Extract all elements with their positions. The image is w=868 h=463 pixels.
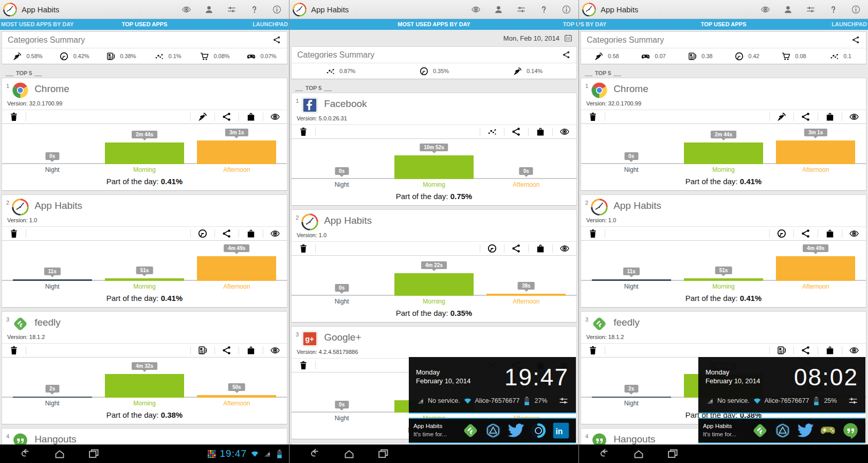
visibility-button[interactable]	[842, 110, 866, 123]
help-icon[interactable]	[539, 5, 549, 14]
tab-most-used-apps-by-day[interactable]: MOST USED APPS BY DAY	[1, 21, 74, 27]
eye-icon[interactable]	[471, 5, 481, 14]
sliders-icon[interactable]	[227, 5, 237, 14]
category-button[interactable]	[480, 125, 504, 138]
visibility-button[interactable]	[263, 227, 287, 240]
back-icon[interactable]	[20, 448, 32, 460]
tab-launchpad[interactable]: LAUNCHPAD	[831, 21, 867, 27]
info-icon[interactable]	[851, 5, 861, 14]
delete-button[interactable]	[581, 344, 605, 357]
delete-button[interactable]	[292, 125, 315, 138]
calendar-icon[interactable]	[564, 33, 573, 43]
category-button[interactable]	[191, 110, 214, 123]
share-button[interactable]	[215, 344, 239, 357]
tab-launchpad[interactable]: LAUNCHPAD	[252, 21, 288, 27]
help-icon[interactable]	[828, 5, 838, 14]
tab-most-used-apps-by-day[interactable]: MOST USED APPS BY DAY	[397, 21, 470, 27]
ingress-icon[interactable]	[774, 422, 791, 439]
share-icon[interactable]	[562, 50, 571, 59]
store-button[interactable]	[818, 344, 842, 357]
store-button[interactable]	[529, 125, 552, 138]
sliders-icon[interactable]	[516, 5, 526, 14]
notification-panel[interactable]: App Habits It's time for... in	[409, 418, 576, 443]
sliders-icon[interactable]	[558, 396, 569, 406]
share-button[interactable]	[794, 110, 818, 123]
store-button[interactable]	[239, 227, 263, 240]
delete-button[interactable]	[2, 344, 26, 357]
share-icon[interactable]	[852, 35, 860, 44]
date-selector[interactable]: Mon, Feb 10, 2014	[291, 31, 577, 45]
info-icon[interactable]	[562, 5, 571, 14]
visibility-button[interactable]	[263, 110, 287, 123]
info-icon[interactable]	[272, 5, 282, 14]
recents-icon[interactable]	[377, 448, 389, 460]
clock-day: Monday	[706, 368, 760, 377]
store-button[interactable]	[818, 110, 842, 123]
delete-button[interactable]	[292, 242, 315, 255]
share-button[interactable]	[215, 110, 239, 123]
visibility-button[interactable]	[842, 344, 866, 357]
delete-button[interactable]	[2, 227, 26, 240]
status-cluster[interactable]: 19:47	[207, 448, 289, 459]
share-button[interactable]	[215, 227, 239, 240]
part-of-day-value: 0.41%	[740, 294, 762, 302]
recents-icon[interactable]	[87, 448, 100, 460]
feedly-icon[interactable]	[751, 422, 769, 439]
panel-most-used-apps-by-day: App Habits MOST USED APPS BY DAY TOP USE…	[289, 0, 578, 463]
playgames-icon[interactable]	[819, 422, 837, 439]
bar-label: Morning	[677, 283, 769, 290]
home-icon[interactable]	[53, 448, 66, 460]
chart-labels: NightMorningAfternoon	[296, 298, 572, 305]
store-button[interactable]	[239, 344, 263, 357]
delete-button[interactable]	[2, 110, 26, 123]
delete-button[interactable]	[581, 227, 605, 240]
tab-top-used-apps[interactable]: TOP USED APPS	[563, 21, 578, 27]
home-icon[interactable]	[632, 448, 645, 460]
category-button[interactable]	[480, 242, 504, 255]
linkedin-icon[interactable]: in	[552, 422, 570, 439]
person-icon[interactable]	[783, 5, 793, 14]
feedly-icon[interactable]	[462, 422, 479, 439]
delete-button[interactable]	[581, 110, 605, 123]
share-button[interactable]	[794, 227, 818, 240]
ring-icon[interactable]	[530, 422, 547, 439]
visibility-button[interactable]	[553, 242, 576, 255]
tab-top-used-apps[interactable]: TOP USED APPS	[122, 21, 167, 27]
share-button[interactable]	[504, 125, 528, 138]
twitter-icon[interactable]	[507, 422, 525, 439]
visibility-button[interactable]	[263, 344, 287, 357]
recents-icon[interactable]	[666, 448, 679, 460]
tab-most-used-apps-by-day[interactable]: MOST USED APPS BY DAY	[579, 21, 606, 27]
home-icon[interactable]	[343, 448, 355, 460]
store-button[interactable]	[818, 227, 842, 240]
visibility-button[interactable]	[842, 227, 866, 240]
person-icon[interactable]	[204, 5, 214, 14]
chart-column: 10m 52s	[388, 142, 480, 179]
tab-top-used-apps[interactable]: TOP USED APPS	[701, 21, 746, 27]
category-button[interactable]	[770, 344, 793, 357]
person-icon[interactable]	[494, 5, 503, 14]
category-button[interactable]	[770, 227, 793, 240]
help-icon[interactable]	[249, 5, 259, 14]
hangouts-icon[interactable]	[842, 422, 859, 439]
back-icon[interactable]	[309, 448, 321, 460]
share-icon[interactable]	[273, 35, 281, 44]
back-icon[interactable]	[599, 448, 611, 460]
delete-button[interactable]	[292, 359, 315, 372]
bar-label: Morning	[98, 283, 190, 290]
category-button[interactable]	[191, 344, 214, 357]
category-button[interactable]	[191, 227, 214, 240]
sliders-icon[interactable]	[848, 396, 858, 406]
sliders-icon[interactable]	[806, 5, 816, 14]
category-button[interactable]	[770, 110, 793, 123]
share-button[interactable]	[794, 344, 818, 357]
ingress-icon[interactable]	[484, 422, 502, 439]
eye-icon[interactable]	[761, 5, 770, 14]
store-button[interactable]	[239, 110, 263, 123]
eye-icon[interactable]	[182, 5, 191, 14]
visibility-button[interactable]	[553, 125, 576, 138]
notification-panel[interactable]: App Habits It's time for...	[698, 418, 865, 443]
twitter-icon[interactable]	[797, 422, 814, 439]
store-button[interactable]	[529, 242, 552, 255]
share-button[interactable]	[504, 242, 528, 255]
